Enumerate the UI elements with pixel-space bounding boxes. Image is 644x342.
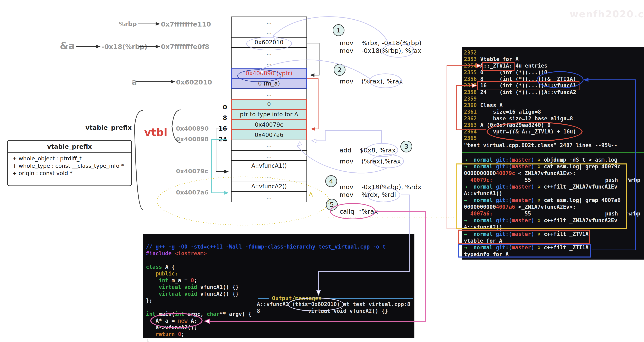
cmd-text: objdump -dS t > asm.log (544, 157, 617, 163)
code-header: <iostream> (172, 250, 207, 257)
line-number: 2363 (464, 122, 477, 128)
vtable-slot-8: ptr to type info for A (231, 109, 307, 120)
line-number: 2355 (464, 69, 477, 76)
prompt-dirty-icon: ✗ (538, 157, 544, 163)
mem-row-vfuncA2: A::vfuncA2() (231, 181, 307, 192)
offset-8: 8 (212, 114, 227, 121)
step-4-badge: 4 (325, 175, 337, 187)
mem-row: ... (231, 89, 307, 99)
output-separator-right (324, 298, 413, 299)
vim-line: 2362 base size=12 base align=8 (462, 115, 644, 122)
offset-16: 16 (212, 125, 227, 132)
code-txt: A { (162, 264, 175, 270)
ellipse-callq (330, 203, 376, 219)
vim-status-line: "test_virtual.cpp.002t.class" 2487 lines… (462, 142, 644, 149)
rbp-value: 0x7fffffffe110 (161, 20, 211, 28)
code-txt: vfuncA1() {} (197, 284, 239, 290)
ellipse-this-ptr (288, 298, 344, 311)
addr-0x4007a6: 0x4007a6 (176, 189, 207, 196)
rbp-offset-label: -0x18(%rbp) (102, 43, 148, 51)
struct-field: + whole_type : const __class_type_info * (12, 163, 124, 169)
vtable-slot-0: 0 (231, 99, 307, 109)
shell-cmd: → normal git:(master) ✗ objdump -dS t > … (464, 157, 642, 163)
vim-text: Class A (480, 102, 503, 109)
offset-0: 0 (212, 104, 227, 111)
ellipse-rax-2 (369, 73, 402, 88)
vtable-diagram: wenfh2020.com %rbp 0x7fffffffe110 &a -0x… (0, 0, 644, 342)
code-kw: int (146, 277, 168, 284)
rbp-label: %rbp (114, 20, 137, 27)
line-number: 2354 (464, 62, 477, 69)
struct-field: + origin : const void * (12, 170, 72, 176)
struct-title: vtable_prefix (8, 143, 131, 150)
a-address-label: &a (60, 40, 75, 51)
code-kw: class (146, 264, 162, 270)
code-comment: // g++ -g -O0 -std=c++11 -Wall -fdump-cl… (146, 244, 386, 250)
vim-line: 2361 size=16 align=8 (462, 109, 644, 115)
ellipse-rax-3b (372, 154, 404, 168)
vtbl-label: vtbl (144, 126, 168, 138)
vim-line: 2359 (462, 95, 644, 102)
ellipse-vptr-dump (486, 122, 582, 141)
vim-line: 2353Vtable for A (462, 56, 644, 62)
ellipse-0x400890 (237, 69, 281, 82)
mem-row-vfuncA1: A::vfuncA1() (231, 160, 307, 171)
mem-row: ... (231, 16, 307, 27)
addr-0x40079c: 0x40079c (176, 168, 207, 175)
step-2-badge: 2 (334, 64, 346, 76)
code-txt: vfuncA2() {} (197, 291, 239, 297)
code-num: 0 (178, 331, 181, 337)
output-separator-left (258, 298, 269, 299)
line-number: 2359 (464, 95, 477, 102)
addr-0x400890: 0x400890 (176, 125, 207, 132)
prompt-git: git:( (496, 157, 512, 163)
line-number: 2356 (464, 76, 477, 82)
a-address-value: 0x7fffffffe0f8 (161, 43, 209, 51)
vim-status: "test_virtual.cpp.002t.class" 2487 lines… (464, 142, 617, 149)
grep-yellow-box (456, 163, 627, 229)
vim-line: 2360Class A (462, 102, 644, 109)
vim-text: base size=12 base align=8 (480, 115, 573, 122)
ellipse-rax-1 (382, 44, 414, 57)
vim-line: 2352 (462, 49, 644, 56)
line-number: 2360 (464, 102, 477, 109)
pane-divider (462, 152, 644, 153)
mem-row: ... (231, 191, 307, 202)
line-number: 2361 (464, 109, 477, 115)
mem-row: ... (231, 150, 307, 161)
prompt-git: ) (531, 157, 538, 163)
vtable-prefix-struct-box: vtable_prefix + whole_object : ptrdiff_t… (7, 140, 132, 186)
step-3-badge: 3 (400, 141, 412, 152)
code-txt: ; (181, 331, 184, 337)
ztv1a-red-box (482, 62, 514, 71)
a-value: 0x602010 (176, 78, 212, 86)
code-txt: ** argv) { (220, 311, 252, 317)
code-txt: m_a = (168, 277, 191, 284)
mem-row: ... (231, 140, 307, 151)
step-1-badge: 1 (332, 24, 344, 36)
code-txt: } (146, 338, 149, 342)
ellipse-rdi (367, 188, 400, 202)
vim-text: size=16 align=8 (480, 109, 541, 115)
ellipse-0x602010 (246, 37, 292, 50)
mem-row: ... (231, 27, 307, 37)
ellipse-zti1a (536, 71, 584, 88)
divider (8, 152, 131, 153)
mem-row: ... (231, 171, 307, 181)
addr-0x400898: 0x400898 (176, 136, 207, 143)
code-txt (146, 331, 156, 337)
vtable-slot-16: 0x40079c (231, 119, 307, 130)
prompt-branch: master (512, 157, 531, 163)
line-number: 2357 (464, 82, 477, 89)
prompt-dir: normal (474, 157, 496, 163)
vim-text: Vtable for A (480, 56, 519, 62)
code-kw: char (207, 311, 220, 317)
line-number: 2365 (464, 135, 477, 141)
line-number: 2362 (464, 115, 477, 122)
code-kw: virtual void (146, 291, 197, 297)
code-kw: virtual void (146, 284, 197, 290)
line-number: 2358 (464, 89, 477, 95)
ztv1a-filt-red-box (458, 230, 590, 244)
code-txt: ; (194, 277, 197, 284)
code-kw: public: (146, 271, 178, 277)
